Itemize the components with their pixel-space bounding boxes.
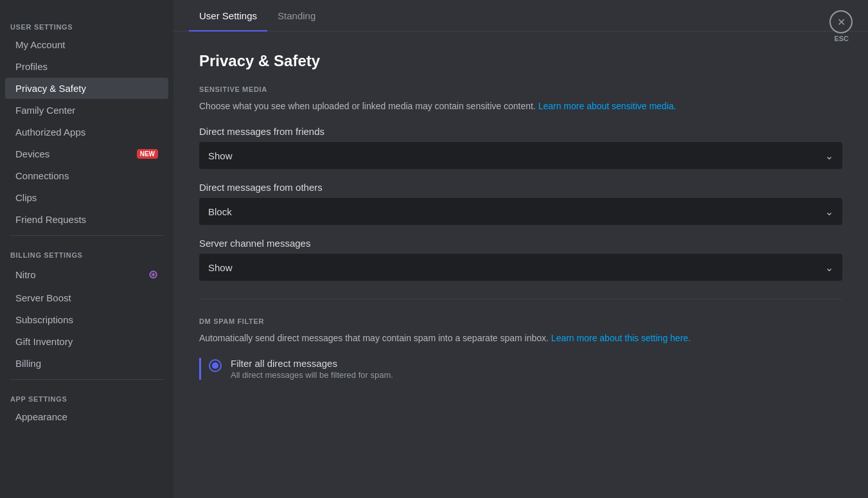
sidebar-item-authorized-apps[interactable]: Authorized Apps: [5, 121, 168, 143]
sidebar-item-privacy-safety[interactable]: Privacy & Safety: [5, 78, 168, 99]
sidebar-item-my-account[interactable]: My Account: [5, 34, 168, 55]
dm-spam-filter-link[interactable]: Learn more about this setting here.: [551, 333, 691, 343]
sidebar-item-label: Nitro: [15, 269, 36, 280]
close-button[interactable]: ✕: [829, 10, 853, 33]
sidebar-item-label: Friend Requests: [15, 214, 86, 225]
sidebar-item-label: Connections: [15, 170, 69, 181]
tab-standing[interactable]: Standing: [267, 0, 326, 31]
sidebar-item-label: Appearance: [15, 411, 67, 422]
section-divider: [199, 299, 842, 299]
sidebar-item-family-center[interactable]: Family Center: [5, 100, 168, 121]
sidebar-item-label: Subscriptions: [15, 314, 73, 325]
radio-option-desc: All direct messages will be filtered for…: [231, 370, 393, 380]
dm-friends-label: Direct messages from friends: [199, 126, 842, 137]
user-settings-section-label: User Settings: [0, 13, 173, 33]
radio-option-title: Filter all direct messages: [231, 358, 393, 369]
dm-friends-select[interactable]: Show Hide Block: [199, 142, 842, 169]
sidebar: User Settings My Account Profiles Privac…: [0, 0, 173, 498]
billing-settings-section-label: Billing Settings: [0, 241, 173, 262]
sidebar-item-label: Authorized Apps: [15, 127, 85, 138]
sidebar-item-server-boost[interactable]: Server Boost: [5, 287, 168, 308]
dm-spam-filter-description: Automatically send direct messages that …: [199, 332, 842, 345]
sidebar-item-billing[interactable]: Billing: [5, 353, 168, 374]
radio-options-container: Filter all direct messages All direct me…: [199, 358, 842, 380]
sidebar-item-label: Gift Inventory: [15, 336, 73, 347]
sidebar-item-label: Profiles: [15, 61, 48, 72]
dm-spam-filter-section: DM Spam Filter Automatically send direct…: [199, 317, 842, 380]
server-channel-dropdown-container: Show Hide Block ⌄: [199, 254, 842, 281]
sidebar-item-label: Privacy & Safety: [15, 83, 86, 94]
dm-others-select[interactable]: Show Hide Block: [199, 198, 842, 225]
sidebar-item-devices[interactable]: Devices NEW: [5, 143, 168, 165]
tabs-header: User Settings Standing: [173, 0, 868, 31]
main-content: User Settings Standing ✕ ESC Privacy & S…: [173, 0, 868, 498]
server-channel-select[interactable]: Show Hide Block: [199, 254, 842, 281]
sensitive-media-section-label: Sensitive Media: [199, 85, 842, 93]
radio-filter-all[interactable]: Filter all direct messages All direct me…: [209, 358, 842, 380]
sidebar-item-clips[interactable]: Clips: [5, 187, 168, 208]
dm-others-label: Direct messages from others: [199, 182, 842, 193]
sidebar-item-connections[interactable]: Connections: [5, 165, 168, 186]
dm-others-dropdown-wrapper: Direct messages from others Show Hide Bl…: [199, 182, 842, 225]
sidebar-divider-1: [10, 235, 163, 236]
sidebar-item-gift-inventory[interactable]: Gift Inventory: [5, 331, 168, 352]
sidebar-item-subscriptions[interactable]: Subscriptions: [5, 309, 168, 330]
app-settings-section-label: App Settings: [0, 385, 173, 405]
sidebar-item-label: Family Center: [15, 105, 75, 116]
server-channel-dropdown-wrapper: Server channel messages Show Hide Block …: [199, 238, 842, 281]
sensitive-media-description: Choose what you see when uploaded or lin…: [199, 100, 842, 113]
tab-user-settings[interactable]: User Settings: [189, 0, 267, 31]
radio-button-filter-all[interactable]: [209, 359, 222, 372]
nitro-icon: ⊛: [148, 267, 158, 281]
sidebar-item-profiles[interactable]: Profiles: [5, 56, 168, 77]
sidebar-item-nitro[interactable]: Nitro ⊛: [5, 262, 168, 287]
sidebar-item-friend-requests[interactable]: Friend Requests: [5, 209, 168, 230]
dm-friends-dropdown-container: Show Hide Block ⌄: [199, 142, 842, 169]
sidebar-item-label: My Account: [15, 39, 66, 50]
sensitive-media-link[interactable]: Learn more about sensitive media.: [538, 101, 677, 111]
sidebar-divider-2: [10, 379, 163, 380]
new-badge: NEW: [137, 149, 158, 159]
sidebar-item-label: Devices: [15, 148, 49, 159]
close-label: ESC: [834, 35, 849, 42]
page-title: Privacy & Safety: [199, 52, 842, 70]
dm-friends-dropdown-wrapper: Direct messages from friends Show Hide B…: [199, 126, 842, 169]
dm-others-dropdown-container: Show Hide Block ⌄: [199, 198, 842, 225]
sidebar-item-appearance[interactable]: Appearance: [5, 406, 168, 427]
server-channel-label: Server channel messages: [199, 238, 842, 249]
dm-spam-filter-label: DM Spam Filter: [199, 317, 842, 325]
content-area: Privacy & Safety Sensitive Media Choose …: [173, 31, 868, 498]
sidebar-item-label: Server Boost: [15, 292, 71, 303]
sidebar-item-label: Clips: [15, 192, 37, 203]
sidebar-item-label: Billing: [15, 358, 41, 369]
